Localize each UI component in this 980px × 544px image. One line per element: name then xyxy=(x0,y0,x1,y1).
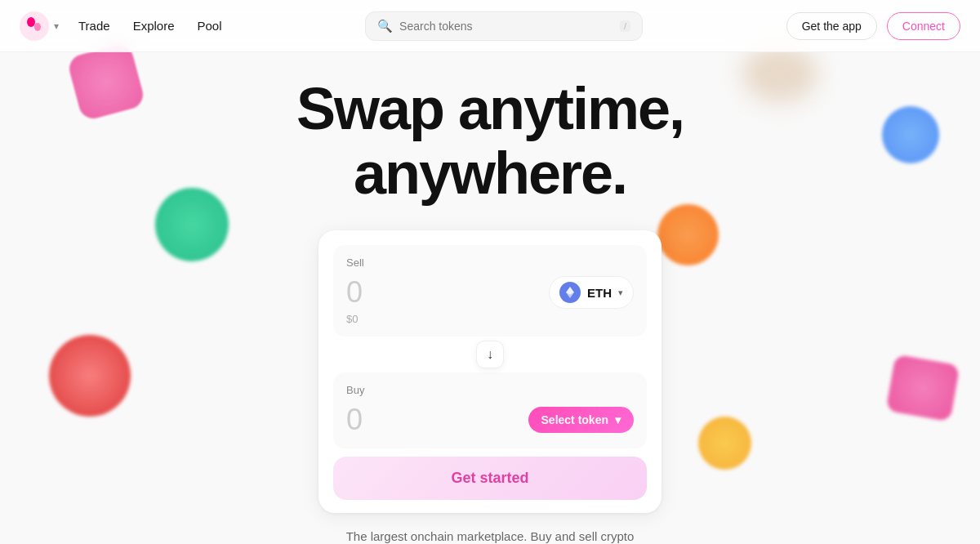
subtitle-line1: The largest onchain marketplace. Buy and… xyxy=(346,529,635,543)
search-bar[interactable]: 🔍 / xyxy=(365,11,643,41)
search-icon: 🔍 xyxy=(377,19,393,33)
svg-point-0 xyxy=(20,11,49,41)
nav-link-trade[interactable]: Trade xyxy=(78,19,110,33)
logo-chevron: ▾ xyxy=(54,20,59,32)
search-input[interactable] xyxy=(399,20,613,33)
sell-usd: $0 xyxy=(346,313,634,325)
navbar: ▾ Trade Explore Pool 🔍 / Get the app Con… xyxy=(0,0,980,52)
hero-title-line2: anywhere. xyxy=(354,140,626,206)
nav-links: Trade Explore Pool xyxy=(78,19,222,33)
swap-direction-button[interactable]: ↓ xyxy=(476,341,504,368)
nav-link-pool[interactable]: Pool xyxy=(198,19,222,33)
get-app-button[interactable]: Get the app xyxy=(786,12,877,40)
sell-amount: 0 xyxy=(346,275,363,310)
sell-row: 0 ETH ▾ xyxy=(346,275,634,310)
eth-token-name: ETH xyxy=(587,286,612,300)
logo-icon xyxy=(20,11,49,41)
swap-arrow-wrap: ↓ xyxy=(333,340,647,369)
buy-amount: 0 xyxy=(346,403,363,437)
eth-token-selector[interactable]: ETH ▾ xyxy=(549,276,634,309)
hero-title-line1: Swap anytime, xyxy=(296,76,684,141)
eth-diamond-icon xyxy=(564,286,577,299)
connect-button[interactable]: Connect xyxy=(887,12,960,40)
select-token-chevron-icon: ▾ xyxy=(615,413,621,426)
logo[interactable]: ▾ xyxy=(20,11,59,41)
eth-icon xyxy=(559,282,581,303)
svg-point-1 xyxy=(27,17,35,27)
hero-title: Swap anytime, anywhere. xyxy=(296,77,684,206)
buy-row: 0 Select token ▾ xyxy=(346,403,634,437)
sell-section: Sell 0 ETH ▾ $0 xyxy=(333,245,647,337)
search-shortcut: / xyxy=(620,20,630,32)
get-started-button[interactable]: Get started xyxy=(333,457,647,500)
search-area: 🔍 / xyxy=(222,11,786,41)
swap-card: Sell 0 ETH ▾ $0 ↓ xyxy=(318,230,662,513)
arrow-down-icon: ↓ xyxy=(487,347,493,362)
select-token-button[interactable]: Select token ▾ xyxy=(528,407,634,433)
buy-label: Buy xyxy=(346,384,634,396)
main-content: Swap anytime, anywhere. Sell 0 ETH ▾ xyxy=(0,52,980,544)
nav-actions: Get the app Connect xyxy=(786,12,960,40)
eth-chevron-icon: ▾ xyxy=(618,288,623,298)
nav-link-explore[interactable]: Explore xyxy=(133,19,175,33)
subtitle: The largest onchain marketplace. Buy and… xyxy=(346,528,635,544)
svg-point-2 xyxy=(34,23,41,31)
sell-label: Sell xyxy=(346,256,634,269)
select-token-label: Select token xyxy=(541,413,608,426)
buy-section: Buy 0 Select token ▾ xyxy=(333,372,647,448)
